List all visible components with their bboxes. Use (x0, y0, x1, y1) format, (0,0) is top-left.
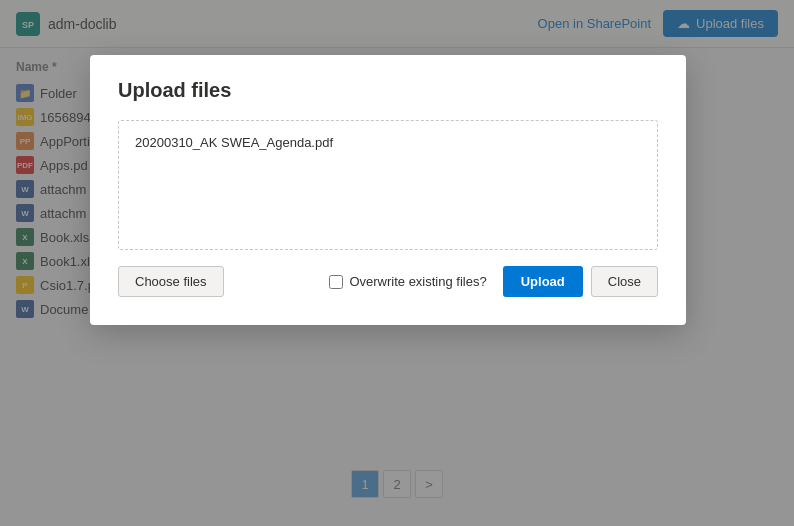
upload-button[interactable]: Upload (503, 266, 583, 297)
close-button[interactable]: Close (591, 266, 658, 297)
modal-title: Upload files (118, 79, 658, 102)
file-drop-zone[interactable]: 20200310_AK SWEA_Agenda.pdf (118, 120, 658, 250)
modal-footer: Choose files Overwrite existing files? U… (118, 266, 658, 297)
upload-modal: Upload files 20200310_AK SWEA_Agenda.pdf… (90, 55, 686, 325)
footer-right: Overwrite existing files? Upload Close (329, 266, 658, 297)
file-name-entry: 20200310_AK SWEA_Agenda.pdf (135, 135, 641, 150)
choose-files-button[interactable]: Choose files (118, 266, 224, 297)
overwrite-checkbox[interactable] (329, 275, 343, 289)
action-buttons: Upload Close (503, 266, 658, 297)
overwrite-label[interactable]: Overwrite existing files? (329, 274, 486, 289)
